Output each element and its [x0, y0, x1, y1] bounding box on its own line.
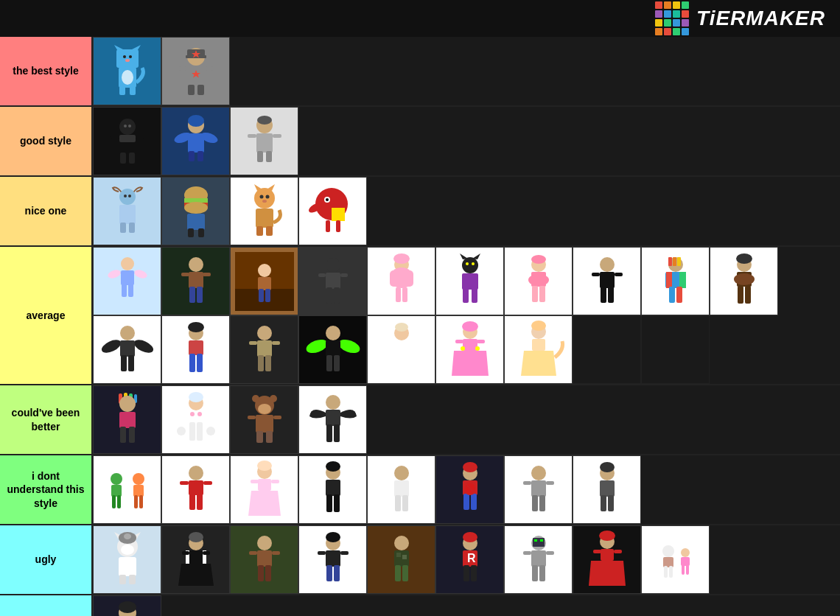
- svg-rect-160: [326, 340, 340, 357]
- svg-rect-232: [326, 480, 340, 496]
- svg-rect-264: [129, 575, 136, 584]
- list-item[interactable]: [230, 177, 298, 245]
- list-item[interactable]: [641, 247, 710, 315]
- svg-rect-8: [119, 86, 125, 95]
- svg-rect-161: [326, 355, 332, 371]
- svg-rect-36: [197, 151, 203, 161]
- svg-rect-95: [326, 287, 332, 304]
- list-item[interactable]: [641, 315, 710, 384]
- list-item[interactable]: [230, 107, 298, 175]
- list-item[interactable]: [161, 247, 230, 315]
- list-item[interactable]: [230, 385, 298, 454]
- svg-point-319: [681, 548, 690, 557]
- list-item[interactable]: [161, 455, 230, 524]
- list-item[interactable]: [161, 107, 230, 175]
- svg-point-53: [184, 202, 208, 214]
- list-item[interactable]: [298, 525, 367, 594]
- logo-icon: [655, 1, 689, 35]
- svg-rect-234: [334, 494, 340, 512]
- svg-rect-314: [614, 550, 622, 553]
- svg-point-79: [106, 268, 121, 280]
- list-item[interactable]: [298, 455, 367, 524]
- svg-rect-322: [686, 564, 689, 575]
- list-item[interactable]: [93, 37, 161, 105]
- svg-rect-274: [203, 551, 210, 555]
- svg-rect-27: [136, 136, 144, 139]
- svg-rect-174: [477, 340, 485, 343]
- svg-point-190: [189, 392, 203, 402]
- svg-rect-307: [534, 539, 537, 542]
- svg-rect-148: [189, 340, 203, 355]
- list-item[interactable]: [298, 385, 367, 454]
- svg-rect-72: [336, 220, 340, 232]
- list-item[interactable]: [230, 525, 298, 594]
- list-item[interactable]: [504, 455, 573, 524]
- list-item[interactable]: [161, 315, 230, 384]
- list-item[interactable]: [573, 525, 641, 594]
- list-item[interactable]: [93, 177, 161, 245]
- list-item[interactable]: [93, 525, 161, 594]
- list-item[interactable]: [230, 315, 298, 384]
- list-item[interactable]: [93, 595, 161, 616]
- svg-rect-248: [531, 480, 546, 497]
- svg-point-211: [111, 473, 122, 485]
- svg-rect-277: [258, 565, 264, 581]
- list-item[interactable]: [367, 455, 435, 524]
- list-item[interactable]: [367, 525, 435, 594]
- list-item[interactable]: [298, 315, 367, 384]
- svg-rect-216: [133, 485, 144, 497]
- svg-rect-154: [265, 355, 271, 371]
- list-item[interactable]: [504, 247, 573, 315]
- list-item[interactable]: [161, 177, 230, 245]
- list-item[interactable]: [504, 525, 573, 594]
- svg-rect-320: [681, 557, 690, 566]
- svg-rect-55: [188, 228, 194, 237]
- tier-label-e: i dont understand this style: [0, 455, 93, 524]
- list-item[interactable]: [230, 455, 298, 524]
- list-item[interactable]: [573, 247, 641, 315]
- svg-rect-186: [119, 412, 136, 428]
- list-item[interactable]: [93, 385, 161, 454]
- list-item[interactable]: [641, 525, 710, 594]
- svg-point-28: [124, 125, 127, 127]
- list-item[interactable]: [93, 107, 161, 175]
- list-item[interactable]: [435, 455, 504, 524]
- svg-rect-230: [271, 480, 279, 483]
- list-item[interactable]: [93, 247, 161, 315]
- list-item[interactable]: [161, 37, 230, 105]
- list-item[interactable]: [93, 315, 161, 384]
- svg-rect-237: [394, 480, 409, 497]
- list-item[interactable]: [298, 247, 367, 315]
- list-item[interactable]: [230, 247, 298, 315]
- svg-rect-203: [256, 431, 263, 443]
- list-item[interactable]: [435, 247, 504, 315]
- svg-rect-35: [189, 151, 195, 161]
- list-item[interactable]: R: [435, 525, 504, 594]
- list-item[interactable]: [710, 247, 778, 315]
- tier-label-c: average: [0, 247, 93, 384]
- list-item[interactable]: [298, 177, 367, 245]
- svg-point-21: [119, 119, 136, 135]
- list-item[interactable]: [573, 315, 641, 384]
- list-item[interactable]: [367, 247, 435, 315]
- svg-rect-162: [334, 355, 340, 371]
- svg-rect-98: [340, 273, 348, 277]
- tier-label-g: most disgusting style: [0, 595, 93, 616]
- svg-rect-131: [679, 272, 686, 288]
- list-item[interactable]: [504, 315, 573, 384]
- list-item[interactable]: [367, 315, 435, 384]
- svg-rect-209: [326, 424, 332, 442]
- list-item[interactable]: [435, 315, 504, 384]
- list-item[interactable]: [93, 455, 161, 524]
- svg-rect-269: [189, 550, 203, 564]
- svg-rect-92: [265, 289, 270, 302]
- list-item[interactable]: [161, 385, 230, 454]
- svg-rect-273: [182, 551, 189, 555]
- svg-rect-195: [197, 422, 203, 441]
- svg-rect-17: [188, 85, 195, 95]
- list-item[interactable]: [161, 525, 230, 594]
- svg-rect-23: [119, 135, 136, 142]
- list-item[interactable]: [573, 455, 641, 524]
- svg-marker-107: [472, 253, 480, 259]
- svg-point-164: [395, 323, 408, 332]
